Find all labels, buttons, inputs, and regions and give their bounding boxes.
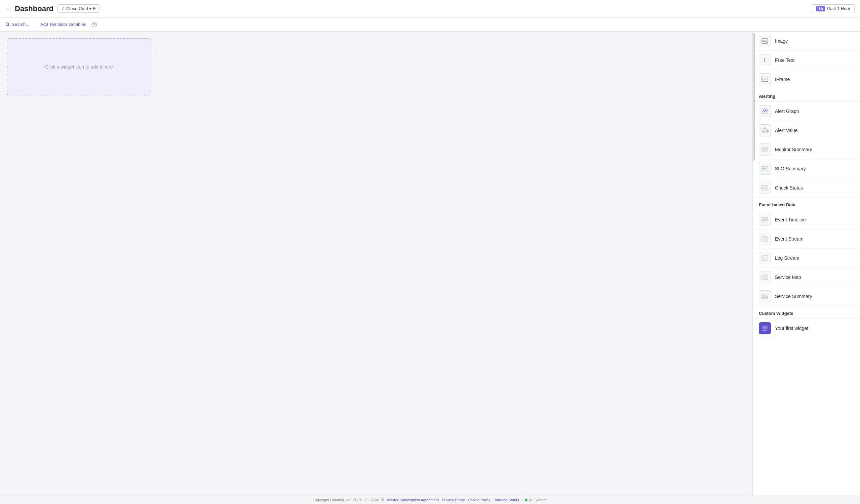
free-text-widget-icon: T: [759, 54, 771, 66]
monitor-summary-label: Monitor Summary: [775, 147, 812, 152]
event-based-section-header: Event-based Data: [753, 197, 860, 210]
widget-placeholder-text: Click a widget icon to add it here: [45, 64, 113, 70]
svg-rect-31: [762, 238, 763, 238]
svg-point-3: [763, 40, 764, 41]
close-button[interactable]: ✓ Close Cmd + E: [57, 4, 100, 13]
sidebar-item-your-first-widget[interactable]: Your first widget: [753, 319, 860, 338]
template-variables-link[interactable]: Add Template Variables: [40, 22, 86, 27]
free-text-icon: T: [761, 57, 769, 64]
log-stream-icon: [761, 254, 769, 262]
svg-point-50: [766, 330, 767, 331]
svg-line-1: [9, 25, 10, 26]
footer-link-cookie[interactable]: Cookie Policy: [468, 498, 490, 502]
svg-rect-24: [764, 218, 765, 221]
svg-text:2 9: 2 9: [762, 187, 766, 190]
main-layout: Click a widget icon to add it here Image…: [0, 32, 860, 495]
service-summary-icon: [761, 293, 769, 300]
svg-rect-25: [765, 219, 766, 221]
favorite-star-icon[interactable]: ☆: [5, 5, 11, 12]
event-stream-label: Event Stream: [775, 236, 803, 241]
alert-value-icon: 2.718: [761, 127, 769, 134]
sidebar-item-service-map[interactable]: Service Map: [753, 268, 860, 287]
image-icon: [761, 37, 769, 45]
sidebar-item-alert-value[interactable]: 2.718 Alert Value: [753, 121, 860, 140]
search-icon: [5, 22, 10, 27]
close-button-label: Close: [66, 6, 77, 11]
svg-point-49: [764, 330, 765, 331]
image-label: Image: [775, 38, 788, 44]
monitor-summary-icon: [761, 146, 769, 153]
sidebar-item-log-stream[interactable]: Log Stream: [753, 249, 860, 268]
footer-link-msa[interactable]: Master Subscription Agreement: [387, 498, 439, 502]
free-text-label: Free Text: [775, 57, 794, 63]
svg-point-48: [762, 330, 764, 331]
svg-rect-22: [762, 219, 763, 221]
close-shortcut: Cmd + E: [79, 6, 96, 11]
help-icon[interactable]: ?: [91, 22, 97, 27]
sub-header: Search... Add Template Variables ?: [0, 17, 860, 32]
check-status-icon: 2 9: [761, 184, 769, 192]
log-stream-widget-icon: [759, 252, 771, 264]
alert-graph-label: Alert Graph: [775, 108, 799, 114]
custom-icon: [761, 325, 769, 332]
slo-summary-icon: 99%: [761, 165, 769, 172]
widget-sidebar: Image T Free Text </> IFrame Alerting: [752, 32, 860, 495]
custom-widgets-section-header: Custom Widgets: [753, 306, 860, 319]
alert-graph-icon: [761, 107, 769, 115]
sidebar-item-iframe[interactable]: </> IFrame: [753, 70, 860, 89]
alert-value-label: Alert Value: [775, 128, 798, 133]
alert-graph-widget-icon: [759, 105, 771, 117]
header: ☆ Dashboard ✓ Close Cmd + E 1h Past 1 Ho…: [0, 0, 860, 17]
service-summary-label: Service Summary: [775, 294, 812, 299]
log-stream-label: Log Stream: [775, 255, 799, 261]
alerting-section-header: Alerting: [753, 89, 860, 102]
event-stream-widget-icon: [759, 233, 771, 245]
service-map-widget-icon: [759, 271, 771, 283]
alert-value-widget-icon: 2.718: [759, 124, 771, 136]
time-range-label: 1h: [816, 6, 825, 12]
sidebar-item-alert-graph[interactable]: Alert Graph: [753, 102, 860, 121]
iframe-widget-icon: </>: [759, 73, 771, 85]
footer-status-text: All System: [529, 498, 547, 502]
svg-marker-4: [764, 38, 766, 39]
sidebar-item-check-status[interactable]: 2 9 Check Status: [753, 178, 860, 197]
iframe-label: IFrame: [775, 77, 790, 82]
footer: Copyright Datadog, Inc. 2021 · 35.576417…: [0, 495, 860, 504]
template-vars-label: Add Template Variables: [40, 22, 86, 27]
event-stream-icon: [761, 235, 769, 242]
sidebar-item-service-summary[interactable]: Service Summary: [753, 287, 860, 306]
search-label: Search...: [12, 22, 29, 27]
sidebar-item-event-stream[interactable]: Event Stream: [753, 229, 860, 249]
search-link[interactable]: Search...: [5, 22, 29, 27]
dashboard-canvas: Click a widget icon to add it here: [0, 32, 752, 495]
svg-text:T: T: [763, 57, 766, 63]
svg-text:2.718: 2.718: [762, 130, 769, 132]
svg-rect-47: [762, 326, 768, 329]
service-summary-widget-icon: [759, 290, 771, 302]
scroll-indicator: [754, 33, 755, 161]
widget-placeholder[interactable]: Click a widget icon to add it here: [7, 38, 151, 95]
check-status-label: Check Status: [775, 185, 803, 191]
footer-copyright: Copyright Datadog, Inc. 2021 · 35.576417…: [313, 498, 386, 502]
sidebar-item-free-text[interactable]: T Free Text: [753, 51, 860, 70]
monitor-summary-widget-icon: [759, 144, 771, 155]
service-map-icon: [761, 273, 769, 281]
svg-point-0: [6, 23, 9, 25]
your-first-widget-label: Your first widget: [775, 326, 808, 331]
event-timeline-icon: [761, 216, 769, 223]
slo-summary-label: SLO Summary: [775, 166, 806, 172]
sidebar-item-event-timeline[interactable]: Event Timeline: [753, 210, 860, 229]
sidebar-item-slo-summary[interactable]: 99% SLO Summary: [753, 159, 860, 178]
sidebar-item-image[interactable]: Image: [753, 32, 860, 51]
svg-rect-26: [766, 218, 767, 221]
iframe-icon: </>: [761, 76, 769, 83]
custom-widget-icon: [759, 322, 771, 334]
sidebar-item-monitor-summary[interactable]: Monitor Summary: [753, 140, 860, 159]
footer-link-status[interactable]: Datadog Status →: [493, 498, 524, 502]
page-title: Dashboard: [15, 4, 54, 13]
footer-link-privacy[interactable]: Privacy Policy: [442, 498, 464, 502]
service-map-label: Service Map: [775, 275, 801, 280]
check-status-widget-icon: 2 9: [759, 182, 771, 194]
time-range-button[interactable]: 1h Past 1 Hour: [812, 4, 855, 13]
divider: [34, 21, 35, 28]
